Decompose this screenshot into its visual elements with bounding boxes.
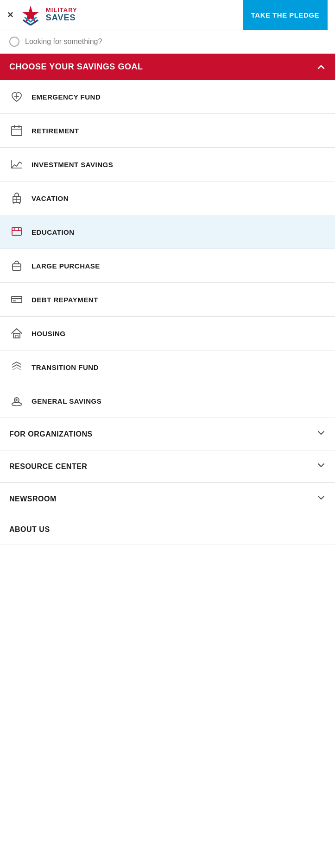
search-input[interactable]	[25, 37, 326, 46]
svg-rect-3	[12, 126, 22, 136]
svg-rect-22	[13, 333, 20, 338]
menu-item-retirement[interactable]: RETIREMENT	[0, 114, 335, 148]
search-bar	[0, 30, 335, 54]
chevron-down-icon-organizations	[316, 428, 326, 440]
savings-goal-title: CHOOSE YOUR SAVINGS GOAL	[9, 62, 143, 72]
vacation-label: VACATION	[32, 194, 69, 202]
for-organizations-label: FOR ORGANIZATIONS	[9, 430, 93, 438]
menu-item-large-purchase[interactable]: LARGE PURCHASE	[0, 249, 335, 283]
svg-marker-0	[22, 6, 39, 22]
menu-item-housing[interactable]: HOUSING	[0, 317, 335, 350]
education-label: EDUCATION	[32, 228, 75, 236]
svg-rect-19	[12, 296, 22, 303]
debt-repayment-label: DEBT REPAYMENT	[32, 296, 98, 304]
svg-rect-21	[13, 300, 16, 301]
emergency-fund-label: EMERGENCY FUND	[32, 93, 101, 101]
savings-goal-list: EMERGENCY FUND RETIREMENT INVESTMENT SAV…	[0, 80, 335, 418]
menu-item-emergency-fund[interactable]: EMERGENCY FUND	[0, 80, 335, 114]
retirement-label: RETIREMENT	[32, 127, 79, 135]
education-icon	[9, 225, 24, 239]
transition-fund-label: TRANSITION FUND	[32, 363, 99, 371]
investment-savings-label: INVESTMENT SAVINGS	[32, 161, 113, 169]
menu-item-transition-fund[interactable]: TRANSITION FUND	[0, 350, 335, 384]
menu-item-vacation[interactable]: VACATION	[0, 181, 335, 215]
nav-section-about-us[interactable]: ABOUT US	[0, 515, 335, 544]
savings-goal-header[interactable]: CHOOSE YOUR SAVINGS GOAL	[0, 54, 335, 80]
header: × MILITARY SAVES TAKE THE PLEDGE	[0, 0, 335, 30]
general-savings-icon	[9, 393, 24, 408]
credit-card-icon	[9, 292, 24, 307]
nav-section-for-organizations[interactable]: FOR ORGANIZATIONS	[0, 418, 335, 450]
logo-text: MILITARY SAVES	[46, 7, 77, 23]
chart-icon	[9, 157, 24, 172]
about-us-label: ABOUT US	[9, 525, 50, 534]
calendar-icon	[9, 123, 24, 138]
large-purchase-label: LARGE PURCHASE	[32, 262, 100, 270]
house-icon	[9, 326, 24, 341]
search-icon	[9, 37, 19, 47]
luggage-icon	[9, 191, 24, 206]
chevron-down-icon-newsroom	[316, 493, 326, 505]
newsroom-label: NEWSROOM	[9, 495, 57, 503]
close-button[interactable]: ×	[7, 10, 13, 20]
nav-section-newsroom[interactable]: NEWSROOM	[0, 483, 335, 515]
logo-military-text: MILITARY	[46, 7, 77, 13]
take-pledge-button[interactable]: TAKE THE PLEDGE	[243, 0, 328, 30]
header-left: × MILITARY SAVES	[7, 5, 77, 25]
svg-rect-23	[15, 335, 18, 338]
svg-rect-17	[13, 264, 21, 270]
transition-icon	[9, 360, 24, 375]
nav-section-resource-center[interactable]: RESOURCE CENTER	[0, 450, 335, 483]
heart-icon	[9, 89, 24, 104]
housing-label: HOUSING	[32, 330, 66, 337]
logo-icon	[19, 5, 42, 25]
menu-item-education[interactable]: EDUCATION	[0, 215, 335, 249]
menu-item-investment-savings[interactable]: INVESTMENT SAVINGS	[0, 148, 335, 181]
menu-item-debt-repayment[interactable]: DEBT REPAYMENT	[0, 283, 335, 317]
logo-saves-text: SAVES	[46, 13, 77, 23]
svg-rect-16	[15, 228, 19, 231]
menu-item-general-savings[interactable]: GENERAL SAVINGS	[0, 384, 335, 418]
general-savings-label: GENERAL SAVINGS	[32, 397, 101, 405]
chevron-down-icon-resource	[316, 461, 326, 472]
resource-center-label: RESOURCE CENTER	[9, 462, 87, 471]
logo-area: MILITARY SAVES	[19, 5, 77, 25]
bag-icon	[9, 258, 24, 273]
chevron-up-icon	[316, 62, 326, 72]
